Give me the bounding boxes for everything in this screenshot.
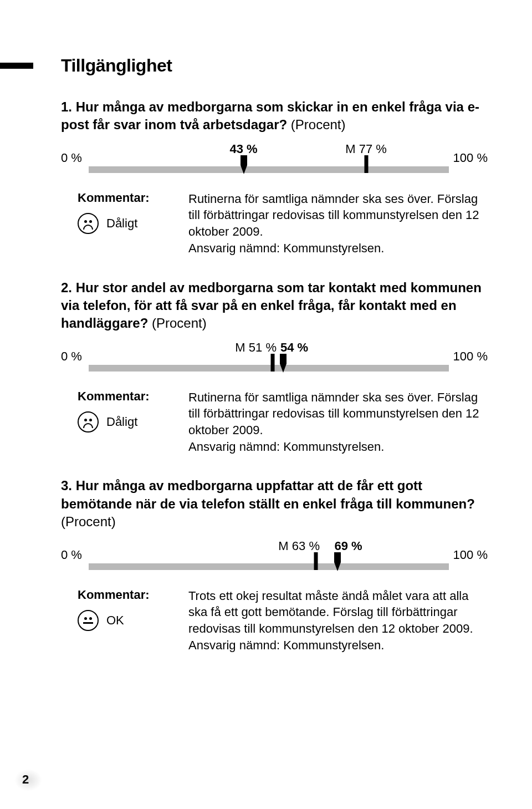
rating-text: Dåligt xyxy=(106,216,137,231)
question-body: Hur stor andel av medborgarna som tar ko… xyxy=(61,280,482,331)
median-marker-icon xyxy=(314,552,318,570)
comment-text: Trots ett okej resultat måste ändå målet… xyxy=(188,588,488,654)
value-pointer-icon xyxy=(239,155,249,174)
header-rule-icon xyxy=(0,63,33,69)
rating: OK xyxy=(78,610,172,631)
comment-text: Rutinerna för samtliga nämnder ska ses ö… xyxy=(188,389,488,455)
sad-face-icon xyxy=(78,411,99,433)
rating-text: Dåligt xyxy=(106,415,137,429)
rating: Dåligt xyxy=(78,411,172,433)
percent-scale: 0 %100 %69 %M 63 % xyxy=(61,536,488,574)
scale-min-label: 0 % xyxy=(61,349,82,364)
comment-label: Kommentar: xyxy=(78,191,172,205)
question-text: 1. Hur många av medborgarna som skickar … xyxy=(61,98,488,134)
page-number: 2 xyxy=(22,772,29,787)
question-unit: (Procent) xyxy=(291,117,346,132)
question-item: 2. Hur stor andel av medborgarna som tar… xyxy=(61,279,488,455)
median-label: M 63 % xyxy=(278,539,320,553)
scale-track-wrap: 43 %M 77 % xyxy=(89,166,449,173)
percent-scale: 0 %100 %43 %M 77 % xyxy=(61,139,488,177)
question-item: 1. Hur många av medborgarna som skickar … xyxy=(61,98,488,257)
comment-text: Rutinerna för samtliga nämnder ska ses ö… xyxy=(188,191,488,257)
comment-label: Kommentar: xyxy=(78,588,172,602)
median-marker-icon xyxy=(364,155,368,173)
section-header: Tillgänglighet xyxy=(61,55,488,76)
section-title: Tillgänglighet xyxy=(61,55,488,76)
comment-block: Kommentar:DåligtRutinerna för samtliga n… xyxy=(78,389,488,455)
scale-track xyxy=(89,166,449,173)
question-unit: (Procent) xyxy=(152,316,207,330)
question-unit: (Procent) xyxy=(61,514,116,529)
value-label: 54 % xyxy=(280,340,308,355)
median-label: M 77 % xyxy=(345,142,387,156)
comment-block: Kommentar:DåligtRutinerna för samtliga n… xyxy=(78,191,488,257)
scale-track-wrap: 69 %M 63 % xyxy=(89,563,449,570)
comment-meta: Kommentar:OK xyxy=(78,588,172,654)
question-text: 2. Hur stor andel av medborgarna som tar… xyxy=(61,279,488,333)
question-number: 2. xyxy=(61,280,76,295)
value-pointer-icon xyxy=(278,354,288,373)
question-number: 3. xyxy=(61,478,76,493)
rating-text: OK xyxy=(106,613,124,628)
question-text: 3. Hur många av medborgarna uppfattar at… xyxy=(61,477,488,531)
comment-meta: Kommentar:Dåligt xyxy=(78,191,172,257)
document-page: Tillgänglighet 1. Hur många av medborgar… xyxy=(0,0,532,809)
scale-track-wrap: 54 %M 51 % xyxy=(89,365,449,372)
comment-label: Kommentar: xyxy=(78,389,172,404)
scale-min-label: 0 % xyxy=(61,548,82,562)
scale-max-label: 100 % xyxy=(453,349,488,364)
scale-min-label: 0 % xyxy=(61,151,82,165)
value-label: 69 % xyxy=(334,539,362,553)
rating: Dåligt xyxy=(78,213,172,234)
scale-track xyxy=(89,563,449,570)
value-pointer-icon xyxy=(332,552,342,571)
question-item: 3. Hur många av medborgarna uppfattar at… xyxy=(61,477,488,653)
sad-face-icon xyxy=(78,213,99,234)
median-marker-icon xyxy=(270,354,274,372)
question-body: Hur många av medborgarna uppfattar att d… xyxy=(61,478,475,511)
comment-block: Kommentar:OKTrots ett okej resultat måst… xyxy=(78,588,488,654)
percent-scale: 0 %100 %54 %M 51 % xyxy=(61,337,488,376)
median-label: M 51 % xyxy=(235,340,277,355)
question-number: 1. xyxy=(61,99,76,114)
neutral-face-icon xyxy=(78,610,99,631)
scale-max-label: 100 % xyxy=(453,548,488,562)
scale-max-label: 100 % xyxy=(453,151,488,165)
comment-meta: Kommentar:Dåligt xyxy=(78,389,172,455)
scale-track xyxy=(89,365,449,372)
question-body: Hur många av medborgarna som skickar in … xyxy=(61,99,479,132)
value-label: 43 % xyxy=(229,142,257,156)
